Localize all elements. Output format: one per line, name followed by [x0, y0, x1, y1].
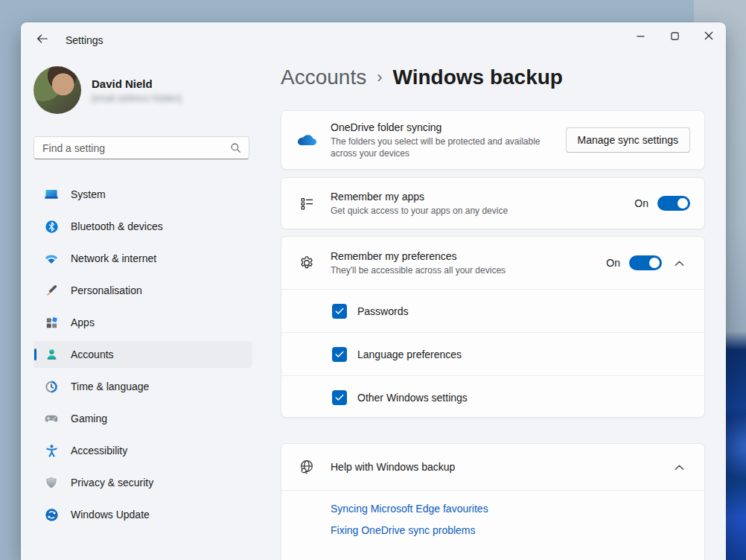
globe-search-icon — [296, 459, 318, 476]
close-icon — [704, 31, 713, 40]
sidebar-item-label: Bluetooth & devices — [71, 220, 163, 232]
remember-preferences-toggle-label: On — [606, 257, 620, 269]
remember-apps-toggle[interactable] — [657, 196, 690, 211]
other-windows-settings-checkbox[interactable] — [332, 390, 347, 405]
back-arrow-icon — [36, 33, 48, 48]
sidebar-item-network-internet[interactable]: Network & internet — [34, 245, 252, 272]
breadcrumb: Accounts › Windows backup — [281, 66, 563, 89]
apps-icon — [44, 315, 59, 330]
search-box — [34, 136, 249, 159]
checkmark-icon — [335, 351, 344, 358]
sidebar-item-windows-update[interactable]: Windows Update — [34, 501, 252, 528]
remember-apps-card: Remember my apps Get quick access to you… — [281, 177, 705, 229]
sidebar-item-accessibility[interactable]: Accessibility — [34, 437, 252, 464]
sidebar-nav: System Bluetooth & devices Network & int… — [34, 181, 252, 528]
remember-apps-toggle-label: On — [634, 197, 648, 209]
checkmark-icon — [335, 308, 344, 315]
user-name: David Nield — [92, 77, 182, 90]
onedrive-card-title: OneDrive folder syncing — [331, 121, 566, 133]
help-card-title: Help with Windows backup — [331, 461, 662, 473]
selected-accent-pill — [34, 349, 36, 360]
checkmark-icon — [335, 394, 344, 401]
collapse-preferences-button[interactable] — [668, 252, 690, 274]
remember-apps-description: Get quick access to your apps on any dev… — [331, 205, 576, 217]
sidebar-item-apps[interactable]: Apps — [34, 309, 252, 336]
breadcrumb-parent[interactable]: Accounts — [281, 66, 366, 89]
remember-apps-title: Remember my apps — [331, 191, 634, 203]
avatar — [34, 66, 81, 114]
sidebar-item-label: Windows Update — [71, 509, 150, 521]
collapse-help-button[interactable] — [668, 456, 690, 478]
onedrive-card-description: The folders you select will be protected… — [331, 136, 566, 159]
sidebar-item-label: Accessibility — [71, 445, 127, 456]
system-icon — [44, 187, 59, 202]
sidebar-item-label: Personalisation — [71, 284, 142, 296]
bluetooth-icon — [44, 219, 59, 234]
onedrive-cloud-icon — [296, 133, 318, 147]
search-icon — [230, 142, 241, 153]
user-email-blurred: [email address hidden] — [92, 93, 182, 104]
help-card-header[interactable]: Help with Windows backup — [281, 444, 704, 490]
sidebar-item-time-language[interactable]: Time & language — [34, 373, 252, 400]
maximize-button[interactable] — [657, 22, 692, 49]
language-preferences-label: Language preferences — [357, 349, 462, 360]
onedrive-sync-card: OneDrive folder syncing The folders you … — [281, 110, 705, 170]
minimize-button[interactable] — [623, 22, 657, 49]
minimize-icon — [637, 32, 645, 40]
close-button[interactable] — [692, 22, 726, 49]
remember-preferences-description: They'll be accessible across all your de… — [331, 264, 576, 276]
sync-arrows-icon — [44, 507, 59, 522]
sidebar-item-bluetooth-devices[interactable]: Bluetooth & devices — [34, 213, 252, 240]
maximize-icon — [671, 32, 679, 40]
sidebar-item-accounts[interactable]: Accounts — [34, 341, 252, 368]
sidebar-item-label: System — [71, 188, 106, 200]
sidebar-item-label: Network & internet — [71, 252, 156, 264]
breadcrumb-chevron: › — [377, 68, 382, 87]
sidebar-item-label: Privacy & security — [71, 477, 153, 489]
preference-option-other-settings: Other Windows settings — [281, 375, 704, 419]
game-controller-icon — [44, 411, 59, 426]
remember-preferences-toggle[interactable] — [629, 255, 662, 270]
sidebar-item-personalisation[interactable]: Personalisation — [34, 277, 252, 304]
help-card: Help with Windows backup Syncing Microso… — [281, 443, 705, 560]
sidebar-item-label: Apps — [71, 316, 95, 328]
manage-sync-settings-button[interactable]: Manage sync settings — [566, 127, 690, 153]
apps-list-icon — [296, 196, 318, 211]
search-input[interactable] — [34, 142, 230, 154]
window-title: Settings — [66, 34, 103, 46]
window-controls — [623, 22, 726, 58]
gear-icon — [296, 255, 318, 271]
remember-preferences-header[interactable]: Remember my preferences They'll be acces… — [281, 237, 704, 289]
sidebar-item-system[interactable]: System — [34, 181, 252, 208]
settings-window: Settings David Nield [email address hidd… — [21, 22, 726, 560]
passwords-label: Passwords — [357, 305, 408, 317]
help-links: Syncing Microsoft Edge favourites Fixing… — [281, 490, 704, 559]
titlebar: Settings — [21, 22, 726, 58]
language-preferences-checkbox[interactable] — [332, 347, 347, 362]
shield-icon — [44, 475, 59, 490]
sidebar-item-label: Accounts — [71, 349, 114, 360]
preference-option-language: Language preferences — [281, 332, 704, 375]
sidebar-item-privacy-security[interactable]: Privacy & security — [34, 469, 252, 496]
user-profile: David Nield [email address hidden] — [34, 66, 182, 114]
clock-icon — [44, 379, 59, 394]
sidebar-item-gaming[interactable]: Gaming — [34, 405, 252, 432]
other-windows-settings-label: Other Windows settings — [357, 392, 468, 404]
accessibility-person-icon — [44, 443, 59, 458]
preference-option-passwords: Passwords — [281, 289, 704, 332]
paintbrush-icon — [44, 283, 59, 298]
wifi-icon — [44, 251, 59, 266]
remember-preferences-card: Remember my preferences They'll be acces… — [281, 236, 705, 418]
sidebar-item-label: Time & language — [71, 381, 149, 392]
remember-preferences-title: Remember my preferences — [331, 250, 606, 262]
passwords-checkbox[interactable] — [332, 304, 347, 319]
help-link-onedrive-problems[interactable]: Fixing OneDrive sync problems — [331, 524, 689, 536]
help-link-edge-favourites[interactable]: Syncing Microsoft Edge favourites — [331, 503, 689, 515]
page-title: Windows backup — [393, 66, 563, 89]
chevron-up-icon — [675, 260, 684, 267]
back-button[interactable] — [30, 28, 54, 52]
person-icon — [44, 347, 59, 362]
sidebar-item-label: Gaming — [71, 413, 107, 424]
chevron-up-icon — [675, 464, 684, 471]
